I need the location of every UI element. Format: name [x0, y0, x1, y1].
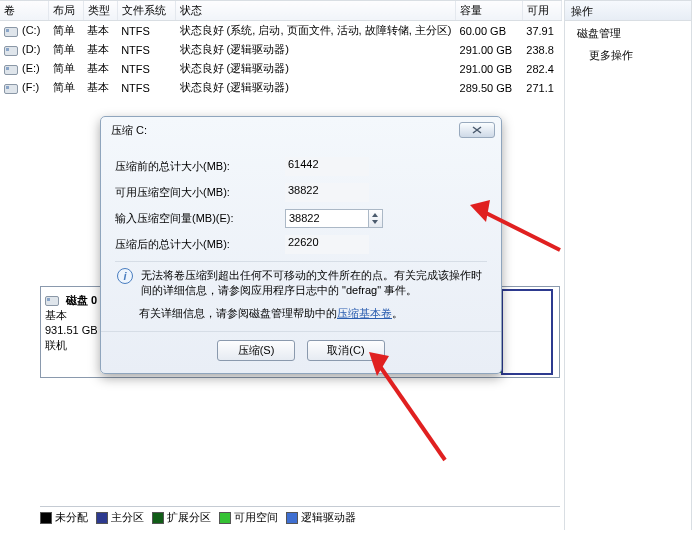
- volume-icon: [4, 46, 18, 56]
- shrink-amount-input[interactable]: [285, 209, 369, 228]
- table-row[interactable]: (C:)简单基本NTFS状态良好 (系统, 启动, 页面文件, 活动, 故障转储…: [0, 21, 562, 41]
- info-text: 无法将卷压缩到超出任何不可移动的文件所在的点。有关完成该操作时间的详细信息，请参…: [141, 268, 485, 298]
- disk-title: 磁盘 0: [66, 294, 97, 306]
- legend-item: 扩展分区: [152, 510, 211, 525]
- disk-size: 931.51 GB: [45, 324, 98, 336]
- col-capacity[interactable]: 容量: [456, 1, 523, 21]
- info-icon: i: [117, 268, 133, 284]
- col-type[interactable]: 类型: [83, 1, 117, 21]
- disk-icon: [45, 296, 59, 306]
- value-total-after: 22620: [285, 235, 369, 254]
- close-icon: [472, 126, 482, 134]
- swatch-icon: [96, 512, 108, 524]
- volume-icon: [4, 27, 18, 37]
- volume-icon: [4, 65, 18, 75]
- legend-item: 可用空间: [219, 510, 278, 525]
- legend-item: 未分配: [40, 510, 88, 525]
- col-free[interactable]: 可用: [522, 1, 561, 21]
- value-total-before: 61442: [285, 157, 369, 176]
- dialog-title: 压缩 C:: [111, 123, 147, 138]
- swatch-icon: [219, 512, 231, 524]
- dialog-info: i 无法将卷压缩到超出任何不可移动的文件所在的点。有关完成该操作时间的详细信息，…: [115, 261, 487, 302]
- table-row[interactable]: (E:)简单基本NTFS状态良好 (逻辑驱动器)291.00 GB282.4: [0, 59, 562, 78]
- label-available: 可用压缩空间大小(MB):: [115, 185, 285, 200]
- table-row[interactable]: (D:)简单基本NTFS状态良好 (逻辑驱动器)291.00 GB238.8: [0, 40, 562, 59]
- dialog-titlebar[interactable]: 压缩 C:: [101, 117, 501, 143]
- col-fs[interactable]: 文件系统: [117, 1, 175, 21]
- disk-block[interactable]: [501, 289, 553, 375]
- dialog-more-info: 有关详细信息，请参阅磁盘管理帮助中的压缩基本卷。: [115, 302, 487, 329]
- swatch-icon: [40, 512, 52, 524]
- label-total-before: 压缩前的总计大小(MB):: [115, 159, 285, 174]
- col-status[interactable]: 状态: [176, 1, 456, 21]
- disk-type: 基本: [45, 309, 67, 321]
- spinner[interactable]: [369, 209, 383, 228]
- shrink-dialog: 压缩 C: 压缩前的总计大小(MB):61442 可用压缩空间大小(MB):38…: [100, 116, 502, 374]
- disk-state: 联机: [45, 339, 67, 351]
- volume-table: 卷 布局 类型 文件系统 状态 容量 可用 (C:)简单基本NTFS状态良好 (…: [0, 1, 562, 97]
- value-available: 38822: [285, 183, 369, 202]
- label-total-after: 压缩后的总计大小(MB):: [115, 237, 285, 252]
- cancel-button[interactable]: 取消(C): [307, 340, 385, 361]
- col-layout[interactable]: 布局: [49, 1, 83, 21]
- actions-link-more[interactable]: 更多操作: [565, 44, 691, 67]
- legend: 未分配 主分区 扩展分区 可用空间 逻辑驱动器: [40, 506, 560, 524]
- legend-item: 主分区: [96, 510, 144, 525]
- help-link[interactable]: 压缩基本卷: [337, 307, 392, 319]
- legend-item: 逻辑驱动器: [286, 510, 356, 525]
- actions-header: 操作: [565, 1, 691, 21]
- close-button[interactable]: [459, 122, 495, 138]
- shrink-button[interactable]: 压缩(S): [217, 340, 295, 361]
- label-shrink-amount: 输入压缩空间量(MB)(E):: [115, 211, 285, 226]
- actions-panel: 操作 磁盘管理 更多操作: [564, 0, 692, 530]
- swatch-icon: [152, 512, 164, 524]
- volume-icon: [4, 84, 18, 94]
- col-drive[interactable]: 卷: [0, 1, 49, 21]
- table-row[interactable]: (F:)简单基本NTFS状态良好 (逻辑驱动器)289.50 GB271.1: [0, 78, 562, 97]
- swatch-icon: [286, 512, 298, 524]
- table-header-row: 卷 布局 类型 文件系统 状态 容量 可用: [0, 1, 562, 21]
- actions-link-disk-mgmt[interactable]: 磁盘管理: [565, 21, 691, 44]
- dialog-body: 压缩前的总计大小(MB):61442 可用压缩空间大小(MB):38822 输入…: [101, 143, 501, 331]
- dialog-buttons: 压缩(S) 取消(C): [101, 331, 501, 373]
